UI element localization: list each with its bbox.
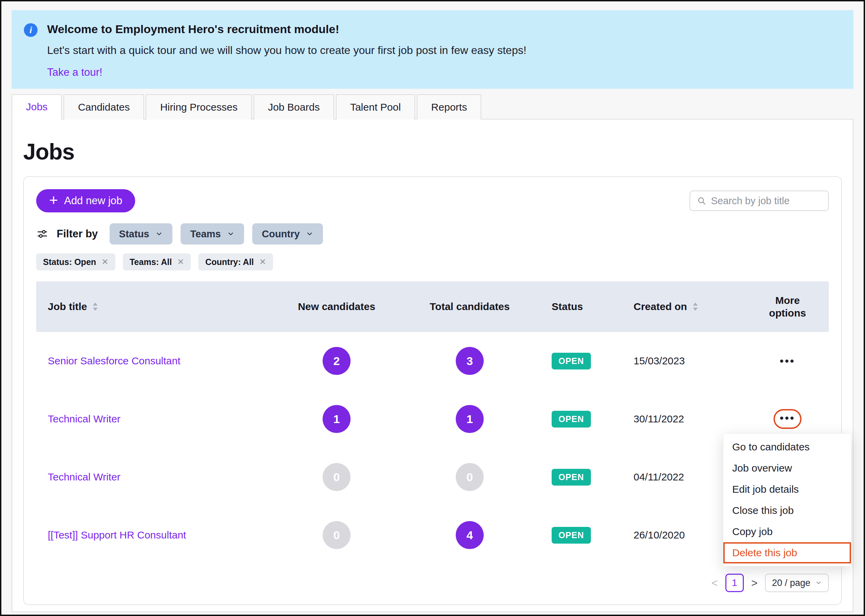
- menu-item-copy-job[interactable]: Copy job: [723, 521, 851, 542]
- plus-icon: +: [49, 193, 58, 207]
- toolbar: + Add new job: [36, 189, 829, 212]
- tab-hiring-processes[interactable]: Hiring Processes: [146, 94, 252, 119]
- status-header-label: Status: [552, 301, 583, 313]
- main-tabs: Jobs Candidates Hiring Processes Job Boa…: [12, 94, 853, 119]
- status-header: Status: [542, 301, 623, 313]
- tab-reports[interactable]: Reports: [417, 94, 481, 119]
- page-title: Jobs: [23, 138, 842, 165]
- welcome-banner: i Welcome to Employment Hero's recruitme…: [12, 10, 853, 89]
- job-title-link[interactable]: Technical Writer: [36, 413, 121, 424]
- pagination: < 1 > 20 / page: [36, 574, 829, 592]
- job-title-link[interactable]: Technical Writer: [36, 471, 121, 482]
- status-filter-label: Status: [119, 228, 149, 240]
- status-badge: OPEN: [552, 469, 591, 486]
- chevron-down-icon: [815, 580, 822, 586]
- country-filter-label: Country: [262, 228, 300, 240]
- page-size-value: 20 / page: [772, 578, 810, 588]
- total-candidates-count[interactable]: 1: [456, 405, 484, 433]
- new-candidates-count[interactable]: 0: [323, 463, 350, 491]
- filter-chip-country-label: Country: All: [205, 257, 254, 267]
- total-candidates-count[interactable]: 3: [456, 347, 484, 375]
- tab-jobs[interactable]: Jobs: [12, 94, 62, 119]
- table-row: [[Test]] Support HR Consultant 0 4 OPEN …: [36, 506, 829, 564]
- banner-subtitle: Let's start with a quick tour and we wil…: [47, 44, 526, 57]
- menu-item-job-overview[interactable]: Job overview: [723, 457, 851, 479]
- created-on-date: 30/11/2022: [623, 413, 746, 425]
- more-options-button[interactable]: •••: [780, 355, 795, 366]
- status-badge: OPEN: [552, 353, 591, 369]
- total-candidates-count[interactable]: 4: [456, 521, 484, 549]
- search-icon: [697, 196, 706, 206]
- active-filter-chips: Status: Open ✕ Teams: All ✕ Country: All…: [36, 253, 829, 270]
- remove-filter-icon[interactable]: ✕: [102, 257, 108, 267]
- remove-filter-icon[interactable]: ✕: [259, 257, 266, 267]
- jobs-panel: Jobs + Add new job: [12, 119, 853, 612]
- filter-chip-country[interactable]: Country: All ✕: [198, 253, 273, 270]
- new-candidates-count[interactable]: 1: [323, 405, 350, 433]
- table-row: Technical Writer 0 0 OPEN 04/11/2022 •••: [36, 448, 829, 506]
- new-candidates-count[interactable]: 2: [323, 347, 350, 375]
- menu-item-delete-this-job[interactable]: Delete this job: [723, 542, 851, 563]
- table-row: Senior Salesforce Consultant 2 3 OPEN 15…: [36, 332, 829, 390]
- menu-item-edit-job-details[interactable]: Edit job details: [723, 479, 851, 500]
- created-on-header-label: Created on: [634, 301, 687, 313]
- created-on-header[interactable]: Created on: [623, 301, 746, 313]
- previous-page-button[interactable]: <: [711, 577, 718, 589]
- chevron-down-icon: [155, 230, 163, 238]
- status-badge: OPEN: [552, 527, 591, 544]
- job-title-link[interactable]: Senior Salesforce Consultant: [36, 355, 181, 366]
- remove-filter-icon[interactable]: ✕: [177, 257, 184, 267]
- filter-chip-status[interactable]: Status: Open ✕: [36, 253, 115, 270]
- more-options-button[interactable]: •••: [774, 409, 802, 429]
- tab-talent-pool[interactable]: Talent Pool: [336, 94, 415, 119]
- total-candidates-header-label: Total candidates: [430, 301, 510, 313]
- search-box[interactable]: [689, 190, 829, 211]
- app-frame: i Welcome to Employment Hero's recruitme…: [0, 0, 865, 616]
- teams-filter-label: Teams: [190, 228, 221, 240]
- filter-by-label: Filter by: [57, 228, 98, 240]
- banner-title: Welcome to Employment Hero's recruitment…: [47, 22, 526, 36]
- country-filter-dropdown[interactable]: Country: [252, 223, 323, 245]
- banner-text: Welcome to Employment Hero's recruitment…: [47, 22, 526, 79]
- chevron-down-icon: [227, 230, 234, 238]
- chevron-down-icon: [306, 230, 313, 238]
- tab-job-boards[interactable]: Job Boards: [254, 94, 334, 119]
- info-icon: i: [24, 23, 38, 37]
- new-candidates-header-label: New candidates: [298, 301, 375, 313]
- filter-row: Filter by Status Teams Country: [36, 223, 829, 245]
- more-options-header: More options: [746, 294, 829, 320]
- job-title-header[interactable]: Job title: [36, 301, 275, 313]
- total-candidates-count[interactable]: 0: [456, 463, 484, 491]
- next-page-button[interactable]: >: [751, 577, 758, 589]
- add-new-job-label: Add new job: [64, 195, 122, 207]
- page-size-select[interactable]: 20 / page: [765, 574, 829, 592]
- tab-candidates[interactable]: Candidates: [63, 94, 144, 119]
- add-new-job-button[interactable]: + Add new job: [36, 189, 135, 212]
- filter-chip-teams[interactable]: Teams: All ✕: [123, 253, 191, 270]
- more-options-header-label: More options: [765, 294, 810, 320]
- status-badge: OPEN: [552, 411, 591, 427]
- sort-icon[interactable]: [92, 302, 99, 312]
- filter-icon: [36, 228, 49, 240]
- table-header: Job title New candidates Total candidate…: [36, 281, 829, 332]
- take-a-tour-link[interactable]: Take a tour!: [47, 66, 102, 79]
- filter-chip-status-label: Status: Open: [43, 257, 96, 267]
- context-menu: Go to candidates Job overview Edit job d…: [723, 433, 851, 566]
- teams-filter-dropdown[interactable]: Teams: [181, 223, 244, 245]
- total-candidates-header: Total candidates: [398, 301, 542, 313]
- new-candidates-count[interactable]: 0: [323, 521, 350, 549]
- new-candidates-header: New candidates: [275, 301, 398, 313]
- current-page-button[interactable]: 1: [725, 574, 744, 592]
- menu-item-close-this-job[interactable]: Close this job: [723, 500, 851, 521]
- sort-icon[interactable]: [692, 302, 699, 312]
- menu-item-go-to-candidates[interactable]: Go to candidates: [723, 436, 851, 457]
- filter-chip-teams-label: Teams: All: [130, 257, 172, 267]
- table-row: Technical Writer 1 1 OPEN 30/11/2022 •••…: [36, 390, 829, 448]
- job-title-header-label: Job title: [48, 301, 87, 313]
- job-title-link[interactable]: [[Test]] Support HR Consultant: [36, 529, 186, 541]
- jobs-card: + Add new job: [23, 176, 842, 605]
- status-filter-dropdown[interactable]: Status: [110, 223, 173, 245]
- created-on-date: 15/03/2023: [623, 355, 746, 367]
- search-input[interactable]: [711, 195, 821, 207]
